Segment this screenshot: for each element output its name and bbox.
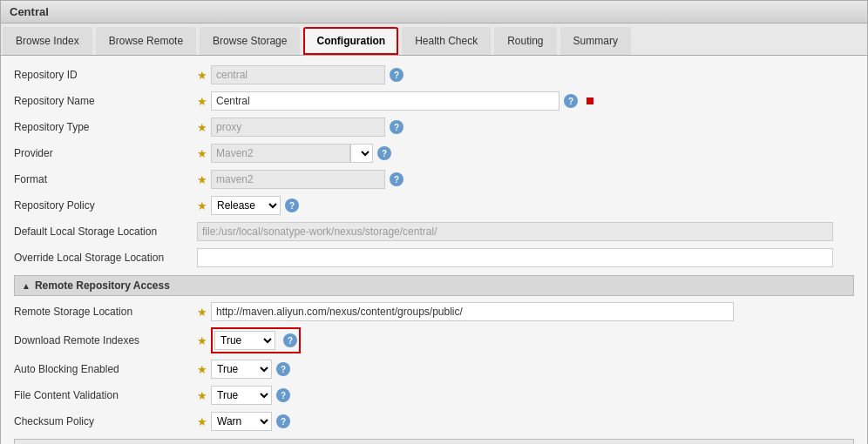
tab-routing[interactable]: Routing — [494, 27, 556, 55]
format-input — [211, 170, 385, 189]
auto-blocking-help-icon[interactable]: ? — [276, 362, 290, 376]
repository-name-input[interactable] — [211, 91, 559, 111]
checksum-policy-help-icon[interactable]: ? — [276, 414, 290, 428]
repository-policy-help-icon[interactable]: ? — [285, 198, 299, 212]
collapse-icon[interactable]: ▲ — [22, 281, 31, 291]
override-local-storage-input[interactable] — [197, 248, 833, 267]
tab-configuration[interactable]: Configuration — [303, 27, 398, 55]
repository-id-label: Repository ID — [14, 69, 197, 81]
checksum-policy-row: Checksum Policy ★ Warn Fail Ignore ? — [14, 411, 854, 432]
red-indicator — [587, 98, 593, 104]
tab-health-check[interactable]: Health Check — [402, 27, 491, 55]
file-content-validation-row: File Content Validation ★ True False ? — [14, 385, 854, 406]
repository-policy-row: Repository Policy ★ Release Snapshot ? — [14, 195, 854, 216]
override-local-storage-row: Override Local Storage Location — [14, 247, 854, 268]
repository-name-row: Repository Name ★ ? — [14, 91, 854, 111]
checksum-policy-select[interactable]: Warn Fail Ignore — [211, 412, 272, 431]
remote-storage-location-row: Remote Storage Location ★ — [14, 301, 854, 322]
auth-section: Authentication (optional) — [14, 439, 854, 444]
override-local-storage-label: Override Local Storage Location — [14, 252, 197, 264]
provider-label: Provider — [14, 147, 197, 159]
tab-summary[interactable]: Summary — [560, 27, 631, 55]
repository-policy-select[interactable]: Release Snapshot — [211, 196, 281, 215]
checksum-policy-label: Checksum Policy — [14, 415, 197, 427]
default-local-storage-row: Default Local Storage Location — [14, 221, 854, 242]
remote-storage-location-input[interactable] — [211, 302, 734, 321]
download-remote-indexes-row: Download Remote Indexes ★ True False ? — [14, 327, 854, 353]
tab-browse-storage[interactable]: Browse Storage — [200, 27, 300, 55]
required-star-2: ★ — [197, 95, 207, 108]
required-star-11: ★ — [197, 415, 207, 428]
repository-type-row: Repository Type ★ ? — [14, 117, 854, 138]
file-content-validation-help-icon[interactable]: ? — [276, 388, 290, 402]
remote-section-header: ▲ Remote Repository Access — [14, 275, 854, 296]
required-star-9: ★ — [197, 363, 207, 376]
provider-select-wrap — [211, 144, 373, 163]
required-star: ★ — [197, 69, 207, 82]
main-window: Central Browse Index Browse Remote Brows… — [0, 0, 868, 444]
required-star-4: ★ — [197, 147, 207, 160]
format-row: Format ★ ? — [14, 169, 854, 190]
download-remote-indexes-highlight: True False ? — [211, 327, 301, 353]
provider-select[interactable] — [350, 144, 373, 163]
remote-storage-location-label: Remote Storage Location — [14, 306, 197, 318]
auto-blocking-label: Auto Blocking Enabled — [14, 363, 197, 375]
format-label: Format — [14, 173, 197, 185]
file-content-validation-label: File Content Validation — [14, 389, 197, 401]
format-help-icon[interactable]: ? — [390, 172, 403, 186]
provider-help-icon[interactable]: ? — [377, 146, 391, 160]
download-remote-indexes-help-icon[interactable]: ? — [283, 333, 297, 347]
repository-type-help-icon[interactable]: ? — [390, 120, 403, 134]
download-remote-indexes-label: Download Remote Indexes — [14, 334, 197, 346]
repository-name-help-icon[interactable]: ? — [564, 94, 578, 108]
auto-blocking-row: Auto Blocking Enabled ★ True False ? — [14, 359, 854, 380]
repository-name-label: Repository Name — [14, 95, 197, 107]
repository-id-help-icon[interactable]: ? — [390, 68, 403, 82]
required-star-5: ★ — [197, 173, 207, 186]
tab-browse-remote[interactable]: Browse Remote — [96, 27, 196, 55]
provider-input — [211, 144, 350, 163]
tab-bar: Browse Index Browse Remote Browse Storag… — [1, 24, 867, 56]
remote-section-title: Remote Repository Access — [35, 279, 170, 292]
required-star-3: ★ — [197, 121, 207, 134]
provider-row: Provider ★ ? — [14, 143, 854, 164]
repository-policy-label: Repository Policy — [14, 199, 197, 212]
download-remote-indexes-select[interactable]: True False — [214, 331, 275, 350]
required-star-7: ★ — [197, 306, 207, 319]
repository-type-input — [211, 118, 385, 137]
tab-browse-index[interactable]: Browse Index — [3, 27, 92, 55]
default-local-storage-input — [197, 222, 833, 241]
window-title: Central — [1, 1, 867, 24]
repository-id-row: Repository ID ★ ? — [14, 64, 854, 85]
required-star-10: ★ — [197, 389, 207, 402]
required-star-6: ★ — [197, 199, 207, 212]
configuration-content: Repository ID ★ ? Repository Name ★ ? Re… — [1, 56, 867, 444]
required-star-8: ★ — [197, 334, 207, 347]
file-content-validation-select[interactable]: True False — [211, 386, 272, 405]
repository-type-label: Repository Type — [14, 121, 197, 133]
default-local-storage-label: Default Local Storage Location — [14, 225, 197, 238]
repository-id-input[interactable] — [211, 65, 385, 84]
auto-blocking-select[interactable]: True False — [211, 360, 272, 379]
